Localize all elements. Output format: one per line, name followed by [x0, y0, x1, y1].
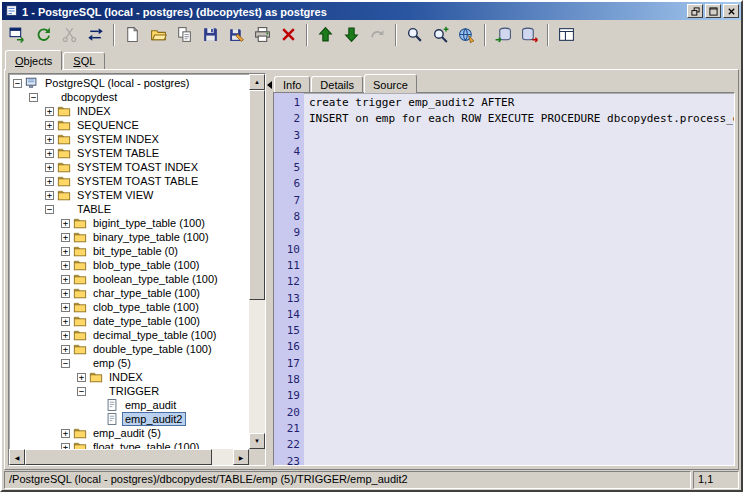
expand-toggle-icon[interactable]: + — [61, 219, 70, 228]
tree-item[interactable]: +date_type_table (100) — [11, 314, 249, 328]
collapse-toggle-icon[interactable]: − — [29, 93, 38, 102]
session-properties-button[interactable] — [454, 22, 479, 47]
session-window-button[interactable] — [5, 22, 30, 47]
redo-button[interactable] — [365, 22, 390, 47]
tree-item[interactable]: emp_audit — [11, 398, 249, 412]
tree-item[interactable]: +SYSTEM INDEX — [11, 132, 249, 146]
folder-icon — [57, 146, 72, 160]
expand-toggle-icon[interactable]: + — [61, 275, 70, 284]
scroll-left-button[interactable]: ◀ — [9, 449, 25, 465]
tree-vertical-scrollbar[interactable]: ▲ ▼ — [249, 74, 265, 449]
move-up-button[interactable] — [313, 22, 338, 47]
expand-toggle-icon[interactable]: + — [45, 107, 54, 116]
copy-button[interactable] — [172, 22, 197, 47]
tree-item[interactable]: +SYSTEM TOAST TABLE — [11, 174, 249, 188]
tree-item[interactable]: +SYSTEM TABLE — [11, 146, 249, 160]
tree-item[interactable]: −TABLE — [11, 202, 249, 216]
tree-item[interactable]: +bit_type_table (0) — [11, 244, 249, 258]
tree-item[interactable]: +clob_type_table (100) — [11, 300, 249, 314]
expand-toggle-icon[interactable]: + — [61, 289, 70, 298]
tree-item[interactable]: −TRIGGER — [11, 384, 249, 398]
tree-item-label: SYSTEM INDEX — [75, 133, 161, 145]
expand-toggle-icon[interactable]: + — [45, 191, 54, 200]
tree-item[interactable]: +double_type_table (100) — [11, 342, 249, 356]
folder-icon — [57, 104, 72, 118]
tree-item[interactable]: +INDEX — [11, 370, 249, 384]
tree-item[interactable]: +char_type_table (100) — [11, 286, 249, 300]
source-code-area[interactable]: create trigger emp_audit2 AFTERINSERT on… — [304, 93, 734, 465]
expand-toggle-icon[interactable]: + — [61, 331, 70, 340]
tree-item[interactable]: +INDEX — [11, 104, 249, 118]
expand-toggle-icon[interactable]: + — [45, 135, 54, 144]
tab-info[interactable]: Info — [274, 76, 310, 92]
tab-source[interactable]: Source — [364, 74, 417, 93]
vertical-scroll-thumb[interactable] — [249, 90, 265, 300]
tab-details[interactable]: Details — [311, 76, 363, 92]
save-button[interactable] — [198, 22, 223, 47]
expand-toggle-icon[interactable]: + — [45, 149, 54, 158]
expand-toggle-icon[interactable]: + — [45, 163, 54, 172]
source-viewer[interactable]: 1234567891011121314151617181920212223 cr… — [273, 92, 735, 466]
tree-item[interactable]: −emp (5) — [11, 356, 249, 370]
move-down-button[interactable] — [339, 22, 364, 47]
print-button[interactable] — [250, 22, 275, 47]
collapse-toggle-icon[interactable]: − — [45, 205, 54, 214]
tree-item[interactable]: +SYSTEM VIEW — [11, 188, 249, 202]
expand-toggle-icon[interactable]: + — [45, 177, 54, 186]
expand-toggle-icon[interactable]: + — [61, 429, 70, 438]
delete-button[interactable] — [276, 22, 301, 47]
tree-item[interactable]: +SEQUENCE — [11, 118, 249, 132]
open-file-button[interactable] — [146, 22, 171, 47]
import-tables-button[interactable] — [491, 22, 516, 47]
tree-item[interactable]: +emp_audit (5) — [11, 426, 249, 440]
refresh-button[interactable] — [31, 22, 56, 47]
collapse-toggle-icon[interactable]: − — [13, 79, 22, 88]
tree-item[interactable]: +boolean_type_table (100) — [11, 272, 249, 286]
collapse-toggle-icon[interactable]: − — [77, 387, 86, 396]
expand-toggle-icon[interactable]: + — [61, 261, 70, 270]
split-pane-divider[interactable] — [266, 73, 273, 466]
expand-toggle-icon[interactable]: + — [61, 345, 70, 354]
expand-toggle-icon[interactable]: + — [61, 233, 70, 242]
window-close-button[interactable] — [723, 4, 739, 18]
window-maximize-button[interactable] — [705, 4, 721, 18]
scroll-down-button[interactable]: ▼ — [249, 433, 265, 449]
horizontal-scroll-thumb[interactable] — [25, 449, 212, 465]
title-bar[interactable]: 1 - PostgreSQL (local - postgres) (dbcop… — [2, 2, 741, 20]
tree-horizontal-scrollbar[interactable]: ◀ ▶ — [9, 449, 249, 465]
tree-item[interactable]: +bigint_type_table (100) — [11, 216, 249, 230]
window-layout-button[interactable] — [554, 22, 579, 47]
tree-item[interactable]: +SYSTEM TOAST INDEX — [11, 160, 249, 174]
transfer-icon — [87, 26, 104, 43]
collapse-toggle-icon[interactable]: − — [61, 359, 70, 368]
collapse-left-icon[interactable] — [267, 81, 272, 89]
tree-item[interactable]: emp_audit2 — [11, 412, 249, 426]
object-tree[interactable]: −PostgreSQL (local - postgres)−dbcopydes… — [11, 76, 249, 449]
cut-button[interactable] — [57, 22, 82, 47]
new-file-button[interactable] — [120, 22, 145, 47]
folder-open-icon — [57, 202, 72, 216]
scroll-up-button[interactable]: ▲ — [249, 74, 265, 90]
find-next-button[interactable] — [428, 22, 453, 47]
window-restore-button[interactable] — [687, 4, 703, 18]
tree-item[interactable]: +decimal_type_table (100) — [11, 328, 249, 342]
tree-item[interactable]: +binary_type_table (100) — [11, 230, 249, 244]
folder-icon — [57, 118, 72, 132]
expand-toggle-icon[interactable]: + — [61, 303, 70, 312]
scroll-right-button[interactable]: ▶ — [233, 449, 249, 465]
tree-item[interactable]: −PostgreSQL (local - postgres) — [11, 76, 249, 90]
expand-toggle-icon[interactable]: + — [61, 247, 70, 256]
export-tables-button[interactable] — [517, 22, 542, 47]
expand-toggle-icon[interactable]: + — [45, 121, 54, 130]
tree-item[interactable]: −dbcopydest — [11, 90, 249, 104]
save-as-button[interactable] — [224, 22, 249, 47]
expand-toggle-icon[interactable]: + — [61, 317, 70, 326]
expand-toggle-icon[interactable]: + — [77, 373, 86, 382]
tab-objects[interactable]: Objects — [5, 50, 62, 70]
find-button[interactable] — [402, 22, 427, 47]
tree-item[interactable]: +float_type_table (100) — [11, 440, 249, 449]
status-object-path: /PostgreSQL (local - postgres)/dbcopydes… — [4, 471, 691, 489]
tree-item[interactable]: +blob_type_table (100) — [11, 258, 249, 272]
transfer-button[interactable] — [83, 22, 108, 47]
tab-sql[interactable]: SQL — [63, 52, 105, 69]
